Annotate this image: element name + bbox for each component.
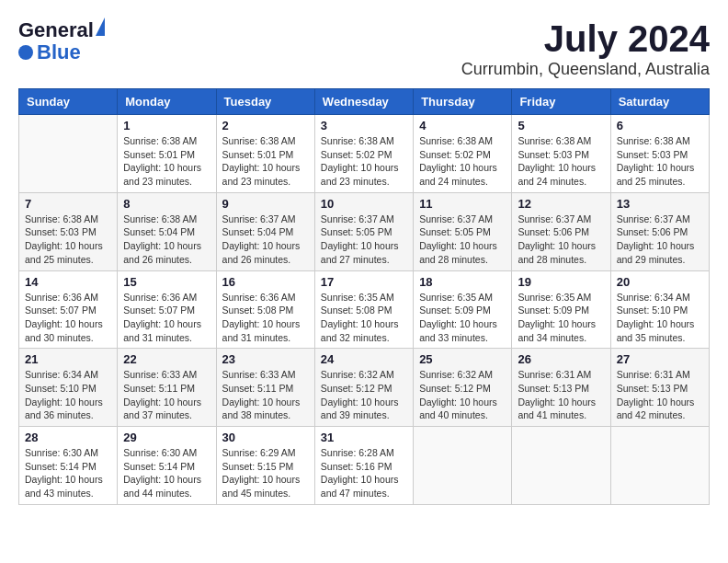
calendar-cell: 17Sunrise: 6:35 AMSunset: 5:08 PMDayligh… xyxy=(314,270,413,349)
day-info: Sunrise: 6:32 AMSunset: 5:12 PMDaylight:… xyxy=(419,368,506,422)
week-row-3: 14Sunrise: 6:36 AMSunset: 5:07 PMDayligh… xyxy=(19,270,710,349)
day-info: Sunrise: 6:29 AMSunset: 5:15 PMDaylight:… xyxy=(222,446,309,500)
day-number: 1 xyxy=(123,119,210,132)
day-number: 3 xyxy=(321,119,407,132)
title-area: July 2024 Currumbin, Queensland, Austral… xyxy=(461,18,710,79)
header: General Blue July 2024 Currumbin, Queens… xyxy=(18,18,710,79)
week-row-5: 28Sunrise: 6:30 AMSunset: 5:14 PMDayligh… xyxy=(19,427,710,505)
day-number: 9 xyxy=(222,197,309,211)
week-row-1: 1Sunrise: 6:38 AMSunset: 5:01 PMDaylight… xyxy=(19,115,710,193)
calendar-table: SundayMondayTuesdayWednesdayThursdayFrid… xyxy=(18,88,710,505)
subtitle: Currumbin, Queensland, Australia xyxy=(461,60,710,79)
day-info: Sunrise: 6:37 AMSunset: 5:04 PMDaylight:… xyxy=(222,213,309,267)
day-number: 17 xyxy=(321,275,407,289)
day-info: Sunrise: 6:35 AMSunset: 5:08 PMDaylight:… xyxy=(321,291,407,345)
day-number: 2 xyxy=(222,119,309,132)
calendar-cell: 27Sunrise: 6:31 AMSunset: 5:13 PMDayligh… xyxy=(610,349,709,427)
day-number: 22 xyxy=(123,352,210,366)
calendar-cell: 26Sunrise: 6:31 AMSunset: 5:13 PMDayligh… xyxy=(512,349,610,427)
calendar-cell: 4Sunrise: 6:38 AMSunset: 5:02 PMDaylight… xyxy=(414,115,512,193)
calendar-cell: 24Sunrise: 6:32 AMSunset: 5:12 PMDayligh… xyxy=(314,349,413,427)
calendar-cell: 10Sunrise: 6:37 AMSunset: 5:05 PMDayligh… xyxy=(314,192,413,270)
calendar-cell: 3Sunrise: 6:38 AMSunset: 5:02 PMDaylight… xyxy=(314,115,413,193)
calendar-cell: 9Sunrise: 6:37 AMSunset: 5:04 PMDaylight… xyxy=(216,192,314,270)
day-number: 29 xyxy=(123,431,210,444)
day-info: Sunrise: 6:35 AMSunset: 5:09 PMDaylight:… xyxy=(419,291,506,345)
day-header-saturday: Saturday xyxy=(610,89,709,115)
logo: General Blue xyxy=(18,18,105,64)
day-info: Sunrise: 6:37 AMSunset: 5:05 PMDaylight:… xyxy=(419,213,506,267)
day-number: 4 xyxy=(419,119,506,132)
day-info: Sunrise: 6:37 AMSunset: 5:05 PMDaylight:… xyxy=(321,213,407,267)
calendar-cell: 29Sunrise: 6:30 AMSunset: 5:14 PMDayligh… xyxy=(118,427,216,505)
day-info: Sunrise: 6:38 AMSunset: 5:02 PMDaylight:… xyxy=(321,134,407,189)
day-number: 23 xyxy=(222,352,309,366)
calendar-cell: 15Sunrise: 6:36 AMSunset: 5:07 PMDayligh… xyxy=(118,270,216,349)
calendar-cell: 31Sunrise: 6:28 AMSunset: 5:16 PMDayligh… xyxy=(314,427,413,505)
day-number: 30 xyxy=(222,431,309,444)
calendar-cell: 22Sunrise: 6:33 AMSunset: 5:11 PMDayligh… xyxy=(118,349,216,427)
week-row-4: 21Sunrise: 6:34 AMSunset: 5:10 PMDayligh… xyxy=(19,349,710,427)
day-info: Sunrise: 6:38 AMSunset: 5:01 PMDaylight:… xyxy=(123,134,210,189)
main-title: July 2024 xyxy=(461,18,710,60)
day-info: Sunrise: 6:38 AMSunset: 5:04 PMDaylight:… xyxy=(123,213,210,267)
day-number: 8 xyxy=(123,197,210,211)
logo-general: General xyxy=(18,18,94,42)
day-info: Sunrise: 6:31 AMSunset: 5:13 PMDaylight:… xyxy=(518,368,604,422)
calendar-cell xyxy=(512,427,610,505)
logo-blue: Blue xyxy=(37,40,81,64)
calendar-cell: 6Sunrise: 6:38 AMSunset: 5:03 PMDaylight… xyxy=(610,115,709,193)
calendar-cell: 21Sunrise: 6:34 AMSunset: 5:10 PMDayligh… xyxy=(19,349,118,427)
calendar-cell: 23Sunrise: 6:33 AMSunset: 5:11 PMDayligh… xyxy=(216,349,314,427)
day-number: 16 xyxy=(222,275,309,289)
day-info: Sunrise: 6:38 AMSunset: 5:02 PMDaylight:… xyxy=(419,134,506,189)
day-info: Sunrise: 6:28 AMSunset: 5:16 PMDaylight:… xyxy=(321,446,407,500)
day-info: Sunrise: 6:33 AMSunset: 5:11 PMDaylight:… xyxy=(123,368,210,422)
calendar-cell: 1Sunrise: 6:38 AMSunset: 5:01 PMDaylight… xyxy=(118,115,216,193)
calendar-cell: 18Sunrise: 6:35 AMSunset: 5:09 PMDayligh… xyxy=(414,270,512,349)
day-header-sunday: Sunday xyxy=(19,89,118,115)
day-number: 7 xyxy=(25,197,111,211)
calendar-cell: 12Sunrise: 6:37 AMSunset: 5:06 PMDayligh… xyxy=(512,192,610,270)
day-number: 5 xyxy=(518,119,604,132)
day-number: 11 xyxy=(419,197,506,211)
day-info: Sunrise: 6:30 AMSunset: 5:14 PMDaylight:… xyxy=(25,446,111,500)
day-info: Sunrise: 6:35 AMSunset: 5:09 PMDaylight:… xyxy=(518,291,604,345)
day-info: Sunrise: 6:33 AMSunset: 5:11 PMDaylight:… xyxy=(222,368,309,422)
day-number: 12 xyxy=(518,197,604,211)
day-info: Sunrise: 6:38 AMSunset: 5:01 PMDaylight:… xyxy=(222,134,309,189)
day-number: 14 xyxy=(25,275,111,289)
day-info: Sunrise: 6:36 AMSunset: 5:07 PMDaylight:… xyxy=(123,291,210,345)
calendar-cell: 5Sunrise: 6:38 AMSunset: 5:03 PMDaylight… xyxy=(512,115,610,193)
day-info: Sunrise: 6:31 AMSunset: 5:13 PMDaylight:… xyxy=(617,368,703,422)
day-info: Sunrise: 6:32 AMSunset: 5:12 PMDaylight:… xyxy=(321,368,407,422)
day-number: 26 xyxy=(518,352,604,366)
day-number: 27 xyxy=(617,352,703,366)
day-header-tuesday: Tuesday xyxy=(216,89,314,115)
day-number: 18 xyxy=(419,275,506,289)
day-info: Sunrise: 6:38 AMSunset: 5:03 PMDaylight:… xyxy=(518,134,604,189)
day-number: 15 xyxy=(123,275,210,289)
day-info: Sunrise: 6:38 AMSunset: 5:03 PMDaylight:… xyxy=(25,213,111,267)
calendar-cell xyxy=(610,427,709,505)
day-header-friday: Friday xyxy=(512,89,610,115)
day-info: Sunrise: 6:30 AMSunset: 5:14 PMDaylight:… xyxy=(123,446,210,500)
day-info: Sunrise: 6:34 AMSunset: 5:10 PMDaylight:… xyxy=(25,368,111,422)
day-header-monday: Monday xyxy=(118,89,216,115)
calendar-cell: 25Sunrise: 6:32 AMSunset: 5:12 PMDayligh… xyxy=(414,349,512,427)
day-number: 31 xyxy=(321,431,407,444)
day-number: 10 xyxy=(321,197,407,211)
day-header-thursday: Thursday xyxy=(414,89,512,115)
week-row-2: 7Sunrise: 6:38 AMSunset: 5:03 PMDaylight… xyxy=(19,192,710,270)
day-number: 19 xyxy=(518,275,604,289)
day-info: Sunrise: 6:37 AMSunset: 5:06 PMDaylight:… xyxy=(518,213,604,267)
day-number: 28 xyxy=(25,431,111,444)
day-number: 21 xyxy=(25,352,111,366)
calendar-cell: 7Sunrise: 6:38 AMSunset: 5:03 PMDaylight… xyxy=(19,192,118,270)
calendar-cell: 28Sunrise: 6:30 AMSunset: 5:14 PMDayligh… xyxy=(19,427,118,505)
calendar-cell: 8Sunrise: 6:38 AMSunset: 5:04 PMDaylight… xyxy=(118,192,216,270)
calendar-cell: 2Sunrise: 6:38 AMSunset: 5:01 PMDaylight… xyxy=(216,115,314,193)
day-number: 6 xyxy=(617,119,703,132)
calendar-cell: 16Sunrise: 6:36 AMSunset: 5:08 PMDayligh… xyxy=(216,270,314,349)
day-info: Sunrise: 6:36 AMSunset: 5:07 PMDaylight:… xyxy=(25,291,111,345)
